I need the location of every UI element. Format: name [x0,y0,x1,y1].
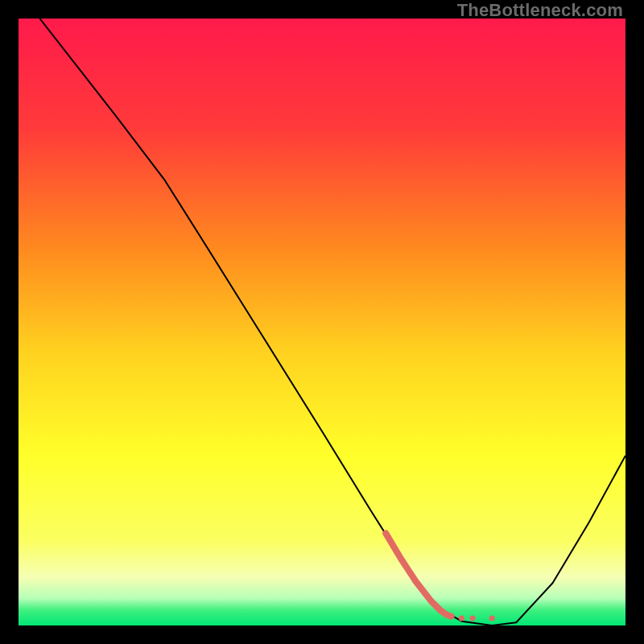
watermark-text: TheBottleneck.com [457,0,623,21]
bottleneck-chart [19,19,625,625]
gradient-background [19,19,625,625]
highlight-dot [489,615,495,621]
highlight-dot [469,615,475,621]
highlight-dot [459,615,464,621]
